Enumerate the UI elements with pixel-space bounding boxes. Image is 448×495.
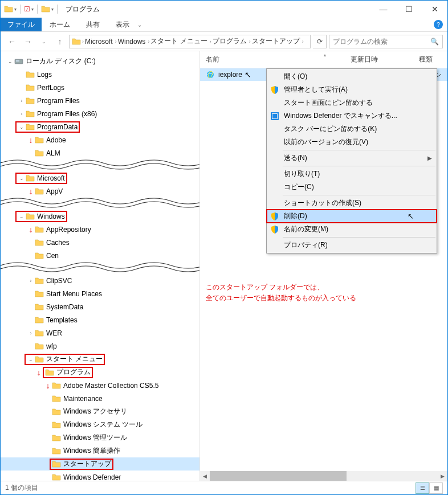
tree-item[interactable]: Windows システム ツール — [1, 418, 199, 431]
ctx-copy[interactable]: コピー(C) — [267, 181, 437, 194]
folder-icon — [26, 70, 35, 79]
tree-item[interactable]: SystemData — [1, 300, 199, 313]
scroll-thumb[interactable] — [210, 471, 347, 481]
ctx-pin-taskbar[interactable]: タスク バーにピン留めする(K) — [267, 122, 437, 136]
tree-item[interactable]: Start Menu Places — [1, 287, 199, 300]
help-icon[interactable]: ? — [434, 20, 443, 29]
chevron-down-icon[interactable]: ⌄ — [27, 357, 35, 362]
search-icon[interactable]: 🔍 — [430, 38, 439, 46]
tree-item[interactable]: Windows 簡単操作 — [1, 444, 199, 457]
details-view-button[interactable]: ☰ — [416, 482, 429, 494]
tree-item[interactable]: Windows Defender — [1, 471, 199, 481]
horizontal-scrollbar[interactable]: ◀ ▶ — [200, 471, 447, 481]
chevron-down-icon[interactable]: ⌄ — [18, 124, 26, 130]
view-tab[interactable]: 表示 — [108, 18, 137, 32]
tree-item[interactable]: PerfLogs — [1, 81, 199, 94]
tree-item[interactable]: Windows 管理ツール — [1, 431, 199, 444]
column-date[interactable]: 更新日時 — [345, 55, 413, 64]
breadcrumb-5[interactable]: スタートアップ — [252, 36, 300, 46]
scroll-track[interactable] — [210, 471, 438, 481]
refresh-button[interactable]: ⟳ — [313, 35, 327, 48]
icons-view-button[interactable]: ▦ — [429, 482, 443, 494]
chevron-right-icon[interactable]: › — [27, 278, 35, 284]
context-menu: 開く(O) 管理者として実行(A) スタート画面にピン留めする Windows … — [266, 68, 437, 253]
tree-item[interactable]: Logs — [1, 68, 199, 81]
ctx-rename[interactable]: 名前の変更(M) — [267, 223, 437, 236]
ctx-cut[interactable]: 切り取り(T) — [267, 167, 437, 181]
search-box[interactable]: 🔍 — [329, 35, 443, 48]
qat-dropdown-icon[interactable]: ▾ — [14, 7, 17, 12]
column-type[interactable]: 種類 — [413, 55, 447, 64]
tree-item[interactable]: ›ClipSVC — [1, 274, 199, 287]
chevron-down-icon[interactable]: ⌄ — [18, 214, 26, 219]
qat-dropdown2-icon[interactable]: ▾ — [31, 7, 34, 12]
tree-programdata[interactable]: ⌄ProgramData — [1, 120, 199, 133]
ctx-properties[interactable]: プロパティ(R) — [267, 239, 437, 252]
breadcrumb-1[interactable]: Microsoft — [85, 38, 113, 46]
column-name[interactable]: 名前 — [200, 55, 345, 64]
scroll-left-button[interactable]: ◀ — [200, 471, 210, 481]
minimize-button[interactable]: — — [370, 1, 396, 18]
maximize-button[interactable]: ☐ — [396, 1, 422, 18]
tree-item[interactable]: Templates — [1, 313, 199, 326]
tree-label: Cen — [46, 252, 59, 260]
tree-label: Templates — [46, 316, 78, 324]
ctx-create-shortcut[interactable]: ショートカットの作成(S) — [267, 197, 437, 210]
up-button[interactable]: ↑ — [53, 35, 67, 48]
ribbon-expand-icon[interactable]: ⌄ — [137, 22, 142, 28]
scroll-right-button[interactable]: ▶ — [438, 471, 447, 481]
ctx-send-to[interactable]: 送る(N)▶ — [267, 152, 437, 165]
tree-item[interactable]: Caches — [1, 236, 199, 249]
tree-item[interactable]: ›WER — [1, 326, 199, 339]
tree-item[interactable]: ↓AppV — [1, 185, 199, 198]
folder-icon — [52, 420, 61, 429]
file-tab[interactable]: ファイル — [1, 18, 42, 31]
qat-newfolder-icon[interactable] — [41, 5, 50, 14]
tree-windows[interactable]: ⌄Windows — [1, 210, 199, 223]
chevron-down-icon[interactable]: ⌄ — [6, 59, 14, 64]
chevron-right-icon[interactable]: › — [18, 98, 26, 104]
tree-startup[interactable]: スタートアップ — [1, 457, 199, 471]
search-input[interactable] — [333, 38, 430, 46]
tree-item[interactable]: ↓AppRepository — [1, 223, 199, 236]
close-button[interactable]: ✕ — [422, 1, 447, 18]
tree-startmenu[interactable]: ⌄スタート メニュー — [1, 353, 199, 366]
ctx-pin-start[interactable]: スタート画面にピン留めする — [267, 96, 437, 109]
tree-programs[interactable]: ↓プログラム — [1, 366, 199, 379]
ctx-defender[interactable]: Windows Defender でスキャンする... — [267, 109, 437, 122]
home-tab[interactable]: ホーム — [42, 18, 78, 32]
tree-item[interactable]: wfp — [1, 339, 199, 353]
ctx-previous-versions[interactable]: 以前のバージョンの復元(V) — [267, 136, 437, 149]
tree-item[interactable]: ALM — [1, 146, 199, 159]
tree-item[interactable]: Cen — [1, 249, 199, 262]
tree-microsoft[interactable]: ⌄Microsoft — [1, 171, 199, 185]
ctx-open[interactable]: 開く(O) — [267, 70, 437, 83]
tree-item[interactable]: ↓Adobe — [1, 133, 199, 146]
qat-dropdown3-icon[interactable]: ▾ — [51, 7, 54, 12]
ctx-delete[interactable]: 削除(D)↖ — [267, 210, 437, 223]
chevron-down-icon[interactable]: ⌄ — [18, 175, 26, 181]
address-bar[interactable]: › Microsoft› Windows› スタート メニュー› プログラム› … — [69, 35, 311, 48]
tree-item[interactable]: ↓Adobe Master Collection CS5.5 — [1, 379, 199, 392]
breadcrumb-2[interactable]: Windows — [118, 38, 146, 46]
tree-item[interactable]: ›Program Files (x86) — [1, 107, 199, 120]
column-headers[interactable]: ▴ 名前 更新日時 種類 — [200, 51, 447, 68]
breadcrumb-3[interactable]: スタート メニュー — [150, 36, 207, 46]
tree-root[interactable]: ⌄ ローカル ディスク (C:) — [1, 55, 199, 68]
tree-item[interactable]: ›Program Files — [1, 94, 199, 107]
tree-label: Program Files — [37, 97, 80, 105]
share-tab[interactable]: 共有 — [78, 18, 108, 32]
chevron-right-icon[interactable]: › — [18, 111, 26, 117]
forward-button[interactable]: → — [21, 35, 35, 48]
quick-access-toolbar: ▾ ☑ ▾ ▾ — [4, 5, 60, 14]
tree-item[interactable]: Maintenance — [1, 392, 199, 405]
tree-label: wfp — [46, 342, 57, 350]
chevron-right-icon[interactable]: › — [27, 330, 35, 336]
tree-item[interactable]: Windows アクセサリ — [1, 405, 199, 418]
qat-properties-icon[interactable]: ☑ — [24, 5, 30, 13]
breadcrumb-4[interactable]: プログラム — [213, 36, 247, 46]
history-dropdown[interactable]: ⌄ — [37, 35, 51, 48]
back-button[interactable]: ← — [5, 35, 19, 48]
ctx-run-admin[interactable]: 管理者として実行(A) — [267, 83, 437, 96]
navigation-tree[interactable]: ⌄ ローカル ディスク (C:) Logs PerfLogs ›Program … — [1, 51, 200, 481]
